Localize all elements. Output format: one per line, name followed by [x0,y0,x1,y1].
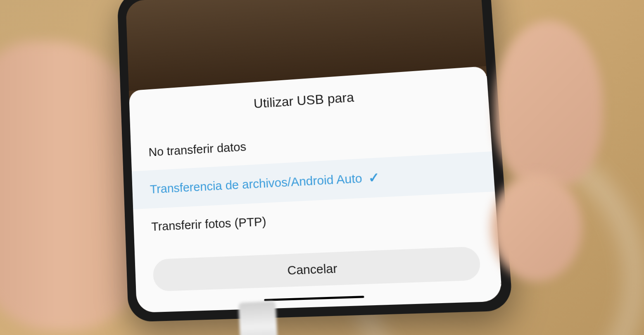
cancel-button[interactable]: Cancelar [152,246,481,292]
option-label: No transferir datos [148,140,247,159]
option-label: Transferencia de archivos/Android Auto [150,171,362,196]
check-icon: ✓ [368,170,380,186]
hand-finger-bottom [491,174,582,281]
cancel-label: Cancelar [287,261,338,277]
phone-screen: Utilizar USB para No transferir datos Tr… [126,0,502,313]
option-label: Transferir fotos (PTP) [151,214,266,234]
phone-frame: Utilizar USB para No transferir datos Tr… [117,0,513,322]
usb-cable-plug [238,301,278,335]
hand-finger-top [495,21,603,186]
usb-dialog: Utilizar USB para No transferir datos Tr… [129,66,502,313]
